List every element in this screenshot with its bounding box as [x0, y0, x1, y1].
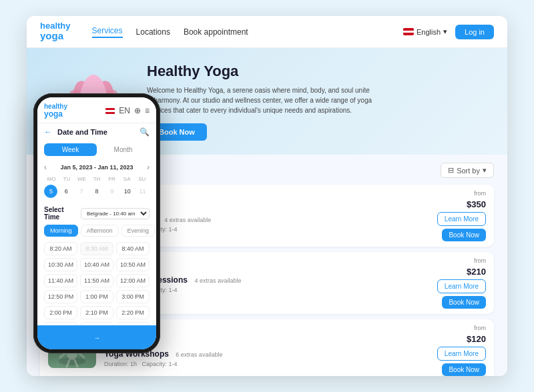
time-slot[interactable]: 2:20 PM — [116, 306, 150, 319]
service-price: $210 — [467, 267, 486, 277]
phone-menu-icon[interactable]: ≡ — [145, 106, 150, 115]
service-price: $350 — [467, 199, 486, 209]
learn-more-button[interactable]: Learn More — [437, 347, 486, 361]
calendar-day[interactable]: 9 — [105, 185, 119, 198]
month-tab[interactable]: Month — [97, 143, 150, 156]
phone-frame: healthy yoga EN ⊕ ≡ ← Date and Time 🔍 We… — [33, 93, 160, 353]
nav-services[interactable]: Services — [92, 26, 123, 38]
language-selector[interactable]: English ▾ — [403, 27, 447, 36]
book-now-button[interactable]: Book Now — [442, 296, 486, 309]
select-time-label: Select Time — [44, 206, 81, 221]
time-slots-grid: 8:20 AM8:30 AM8:40 AM10:30 AM10:40 AM10:… — [44, 242, 150, 325]
nav-locations[interactable]: Locations — [136, 27, 170, 37]
time-slot[interactable]: 10:50 AM — [116, 258, 150, 271]
time-slot[interactable]: 11:50 AM — [80, 274, 113, 287]
card-actions: from $210 Learn More Book Now — [437, 257, 486, 309]
phone-header: healthy yoga EN ⊕ ≡ — [37, 97, 156, 123]
time-slot[interactable]: 1:00 PM — [80, 290, 113, 303]
nav-right: English ▾ Log in — [403, 25, 494, 39]
phone-nav: ← Date and Time 🔍 — [37, 123, 156, 141]
calendar-day[interactable]: 8 — [90, 185, 103, 198]
card-actions: from $350 Learn More Book Now — [437, 190, 486, 241]
time-slot[interactable]: 11:40 AM — [44, 274, 77, 287]
time-slot[interactable]: 8:20 AM — [44, 242, 77, 255]
phone-flag-icon — [105, 108, 115, 114]
nav-links: Services Locations Book appointment — [92, 26, 387, 38]
continue-button[interactable]: → — [37, 325, 156, 349]
phone-lang-label: EN — [119, 106, 130, 115]
week-tab[interactable]: Week — [44, 143, 97, 156]
prev-week-button[interactable]: ‹ — [44, 163, 47, 172]
learn-more-button[interactable]: Learn More — [437, 279, 486, 293]
time-of-day-tab[interactable]: Afternoon — [81, 225, 119, 237]
price-from-label: from — [474, 190, 486, 197]
book-now-button[interactable]: Book Now — [442, 229, 486, 241]
time-slot[interactable]: 3:00 PM — [116, 290, 150, 303]
calendar-day[interactable]: 11 — [136, 185, 150, 198]
phone-nav-title: Date and Time — [57, 128, 134, 136]
nav-book-appointment[interactable]: Book appointment — [184, 27, 248, 37]
hero-text: Healthy Yoga Welcome to Healthy Yoga, a … — [147, 63, 494, 141]
site-logo: healthy yoga — [40, 21, 71, 42]
calendar-day[interactable]: 7 — [75, 185, 88, 198]
phone-login-icon[interactable]: ⊕ — [134, 106, 141, 115]
learn-more-button[interactable]: Learn More — [437, 212, 486, 226]
price-from-label: from — [474, 257, 486, 264]
time-slot[interactable]: 10:40 AM — [80, 258, 113, 271]
time-slot[interactable]: 8:30 AM — [80, 242, 113, 255]
calendar-nav: ‹ Jan 5, 2023 - Jan 11, 2023 › — [44, 163, 150, 172]
hero-description: Welcome to Healthy Yoga, a serene oasis … — [147, 85, 374, 115]
back-button[interactable]: ← — [44, 127, 52, 137]
phone-logo: healthy yoga — [44, 103, 67, 119]
day-header-label: TH — [89, 176, 105, 182]
day-header-label: WE — [74, 176, 89, 182]
phone-search-icon[interactable]: 🔍 — [140, 127, 150, 137]
calendar-range: Jan 5, 2023 - Jan 11, 2023 — [60, 164, 133, 171]
day-header-label: SU — [134, 176, 150, 182]
phone-calendar: ‹ Jan 5, 2023 - Jan 11, 2023 › MOTUWETHF… — [37, 159, 156, 202]
time-of-day-tab[interactable]: Evening — [121, 225, 156, 237]
calendar-day[interactable]: 5 — [44, 185, 57, 198]
book-now-button[interactable]: Book Now — [442, 363, 486, 376]
card-actions: from $120 Learn More Book Now — [437, 325, 486, 376]
calendar-day[interactable]: 6 — [59, 185, 73, 198]
service-extras: 4 extras available — [164, 217, 211, 223]
timezone-select[interactable]: Belgrade - 10:40 am — [81, 208, 150, 219]
phone-screen: healthy yoga EN ⊕ ≡ ← Date and Time 🔍 We… — [37, 97, 156, 349]
chevron-down-icon: ▾ — [483, 166, 487, 175]
time-of-day-tabs: MorningAfternoonEvening — [44, 225, 150, 237]
time-slot[interactable]: 12:50 PM — [44, 290, 77, 303]
time-section-header: Select Time Belgrade - 10:40 am — [44, 206, 150, 221]
time-slot[interactable]: 10:30 AM — [44, 258, 77, 271]
time-slot[interactable]: 12:00 AM — [116, 274, 150, 287]
price-from-label: from — [474, 325, 486, 331]
service-extras: 4 extras available — [194, 277, 241, 284]
time-section: Select Time Belgrade - 10:40 am MorningA… — [37, 202, 156, 325]
day-header-label: TU — [59, 176, 75, 182]
service-extras: 6 extras available — [176, 351, 222, 358]
phone-view-tabs: Week Month — [37, 141, 156, 159]
day-header-label: SA — [119, 176, 135, 182]
phone-overlay: healthy yoga EN ⊕ ≡ ← Date and Time 🔍 We… — [33, 93, 160, 353]
flag-icon — [403, 28, 414, 35]
calendar-days: 567891011 — [44, 185, 150, 198]
calendar-day-headers: MOTUWETHFRSASU — [44, 176, 150, 182]
next-week-button[interactable]: › — [147, 163, 150, 172]
navigation: healthy yoga Services Locations Book app… — [27, 16, 507, 48]
time-slot[interactable]: 8:40 AM — [116, 242, 150, 255]
day-header-label: MO — [44, 176, 59, 182]
service-price: $120 — [467, 334, 486, 344]
day-header-label: FR — [104, 176, 119, 182]
calendar-day[interactable]: 10 — [121, 185, 134, 198]
filter-icon: ⊟ — [448, 166, 454, 175]
time-of-day-tab[interactable]: Morning — [44, 225, 78, 237]
login-button[interactable]: Log in — [455, 25, 494, 39]
time-slot[interactable]: 2:10 PM — [80, 306, 113, 319]
time-slot[interactable]: 2:00 PM — [44, 306, 77, 319]
service-meta: Duration: 1h Capacity: 1-4 — [104, 361, 424, 367]
phone-header-icons: EN ⊕ ≡ — [105, 106, 150, 115]
hero-title: Healthy Yoga — [147, 63, 494, 80]
sort-button[interactable]: ⊟ Sort by ▾ — [441, 163, 494, 178]
